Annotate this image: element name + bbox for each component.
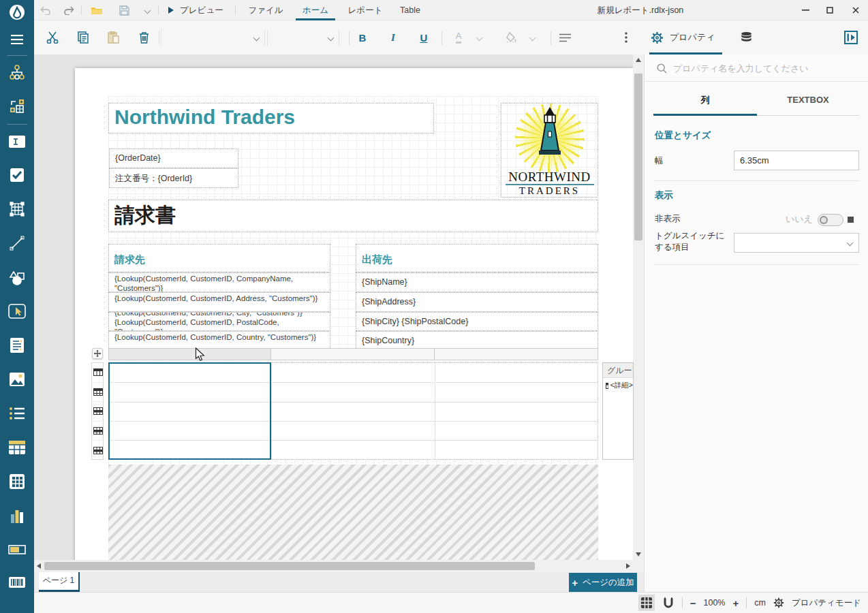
table-column-header-3[interactable] — [434, 348, 598, 360]
more-options-button[interactable] — [617, 29, 635, 46]
table-row-handle[interactable] — [92, 402, 104, 422]
image-tool-icon[interactable] — [8, 371, 26, 388]
table-column-header-2[interactable] — [270, 348, 435, 360]
ship-to-header-textbox[interactable]: 出荷先 — [356, 244, 598, 272]
progress-tool-icon[interactable] — [8, 541, 26, 559]
underline-button[interactable]: U — [415, 29, 433, 46]
properties-tab-underline — [649, 52, 722, 54]
unit-label[interactable]: cm — [754, 598, 766, 608]
table-column-header-1[interactable] — [108, 348, 271, 360]
italic-button[interactable]: I — [384, 29, 402, 46]
hscroll-thumb[interactable] — [44, 562, 535, 570]
logo-image[interactable]: NORTHWIND TRADERS — [501, 103, 598, 198]
undo-button[interactable] — [36, 1, 54, 19]
list-tool-icon[interactable] — [8, 405, 26, 422]
hamburger-menu-icon[interactable] — [8, 31, 26, 48]
group-detail-row[interactable]: <詳細> — [603, 378, 633, 390]
properties-panel: 列 TEXTBOX 位置とサイズ 幅 表示 非表示 いいえ トグルスイッチに す… — [644, 54, 868, 592]
collapse-panel-button[interactable] — [842, 29, 860, 46]
page-tab-1[interactable]: ページ 1 — [39, 572, 80, 592]
checkbox-tool-icon[interactable] — [8, 166, 26, 184]
table-move-handle[interactable] — [92, 348, 103, 359]
report-page[interactable]: Northwind Traders NORTHWIND TRADERS {Ord… — [75, 68, 634, 565]
scroll-up-arrow[interactable] — [636, 58, 641, 62]
line-tool-icon[interactable] — [8, 234, 26, 252]
zoom-in-button[interactable]: + — [733, 597, 739, 609]
scroll-left-arrow[interactable] — [37, 563, 41, 569]
table-tool-icon[interactable] — [8, 439, 26, 456]
report-title-textbox[interactable]: Northwind Traders — [108, 103, 434, 133]
richtext-tool-icon[interactable] — [8, 336, 26, 354]
bill-cell-company[interactable]: {Lookup(CustomerId, CustomerID, CompanyN… — [108, 272, 330, 292]
zoom-out-button[interactable]: − — [690, 597, 696, 609]
table-row-handle[interactable] — [92, 383, 104, 403]
hidden-toggle[interactable] — [818, 214, 843, 226]
table-row-handle[interactable] — [92, 363, 104, 383]
font-color-button[interactable]: A — [450, 29, 467, 46]
canvas-vscrollbar[interactable] — [633, 54, 644, 560]
toolbar-separator — [441, 31, 442, 45]
canvas-hscrollbar[interactable] — [34, 560, 633, 572]
ship-cell-address[interactable]: {ShipAddress} — [356, 292, 598, 312]
matrix-tool-icon[interactable] — [8, 473, 26, 490]
font-size-dropdown[interactable] — [267, 29, 339, 46]
close-button[interactable] — [846, 0, 865, 20]
font-family-dropdown[interactable] — [161, 29, 265, 46]
scroll-right-arrow[interactable] — [626, 563, 630, 569]
fill-color-button[interactable] — [503, 29, 521, 46]
delete-button[interactable] — [135, 29, 153, 46]
ship-cell-name[interactable]: {ShipName} — [356, 272, 598, 292]
add-page-button[interactable]: + ページの追加 — [569, 573, 637, 592]
selected-table-column[interactable] — [108, 362, 271, 460]
chart-tool-icon[interactable] — [8, 507, 26, 524]
save-dropdown-button[interactable] — [138, 1, 156, 19]
align-button[interactable] — [556, 29, 574, 46]
menu-tab-file[interactable]: ファイル — [245, 0, 286, 20]
grid-toggle-button[interactable] — [638, 595, 655, 611]
data-sources-button[interactable] — [737, 29, 755, 46]
property-mode-label[interactable]: プロパティモード — [792, 597, 861, 609]
properties-panel-tab[interactable]: プロパティ — [651, 20, 715, 54]
select-tool-icon[interactable] — [8, 302, 26, 320]
property-search-input[interactable] — [673, 58, 857, 78]
snap-magnet-button[interactable] — [662, 597, 675, 609]
fill-color-dropdown[interactable] — [526, 29, 538, 46]
open-file-button[interactable] — [88, 1, 106, 19]
table-grid-tool-icon[interactable] — [8, 200, 26, 218]
bill-to-header-textbox[interactable]: 請求先 — [108, 244, 330, 272]
menu-tab-report[interactable]: レポート — [345, 0, 386, 20]
redo-button[interactable] — [61, 1, 78, 19]
toggle-item-dropdown[interactable] — [734, 233, 859, 253]
bill-cell-city[interactable]: {Lookup(CustomerId, CustomerID, City, "C… — [108, 312, 330, 331]
save-button[interactable] — [115, 1, 133, 19]
cut-button[interactable] — [44, 29, 61, 46]
bill-cell-address[interactable]: {Lookup(CustomerId, CustomerID, Address,… — [108, 292, 330, 312]
width-input[interactable] — [734, 151, 859, 170]
menu-tab-home[interactable]: ホーム — [296, 0, 335, 20]
maximize-button[interactable] — [820, 0, 839, 20]
barcode-tool-icon[interactable] — [8, 573, 26, 591]
property-state-button[interactable] — [848, 217, 854, 223]
tab-textbox[interactable]: TEXTBOX — [757, 87, 859, 114]
explorer-hierarchy-icon[interactable] — [8, 63, 26, 81]
preview-button[interactable]: プレビュー — [168, 0, 223, 20]
textbox-tool-icon[interactable] — [8, 133, 26, 151]
vscroll-thumb[interactable] — [634, 74, 642, 240]
settings-gear-button[interactable] — [773, 597, 784, 608]
tab-column[interactable]: 列 — [653, 87, 757, 114]
menu-tab-table[interactable]: Table — [395, 0, 425, 20]
scroll-down-arrow[interactable] — [636, 552, 641, 556]
paste-button[interactable] — [104, 29, 122, 46]
ship-cell-city[interactable]: {ShipCity} {ShipPostalCode} — [356, 312, 598, 331]
table-row-handle[interactable] — [92, 422, 104, 441]
minimize-button[interactable] — [796, 0, 815, 20]
order-date-textbox[interactable]: {OrderDate} — [109, 148, 238, 168]
order-number-textbox[interactable]: 注文番号：{OrderId} — [109, 168, 238, 188]
shapes-tool-icon[interactable] — [8, 268, 26, 286]
bold-button[interactable]: B — [354, 29, 371, 46]
table-row-handle[interactable] — [92, 441, 104, 460]
font-color-dropdown[interactable] — [473, 29, 485, 46]
layout-grid-icon[interactable] — [8, 97, 26, 115]
copy-button[interactable] — [74, 29, 92, 46]
invoice-heading-textbox[interactable]: 請求書 — [108, 200, 598, 232]
